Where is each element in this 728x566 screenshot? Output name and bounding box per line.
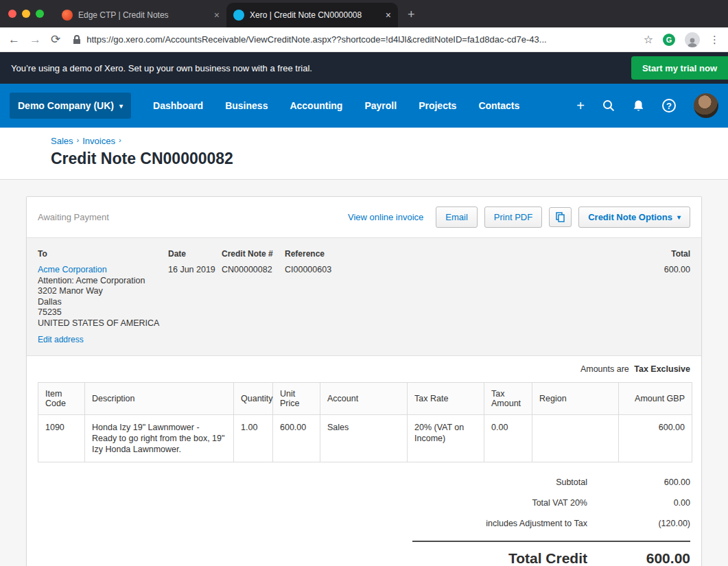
cell-description: Honda Izy 19" Lawnmower - Ready to go ri… — [85, 415, 234, 462]
date-value: 16 Jun 2019 — [168, 265, 222, 274]
demo-banner-message: You’re using a demo of Xero. Set up your… — [11, 63, 312, 73]
grammarly-extension-icon[interactable]: G — [663, 34, 675, 46]
cell-quantity: 1.00 — [234, 415, 273, 462]
org-selector[interactable]: Demo Company (UK) ▾ — [10, 93, 131, 119]
forward-icon[interactable]: → — [30, 34, 41, 45]
total-credit-value: 600.00 — [587, 550, 690, 566]
total-label: Total — [664, 249, 690, 259]
col-header-amount-gbp: Amount GBP — [619, 383, 692, 415]
browser-profile-avatar[interactable] — [685, 32, 700, 47]
browser-menu-icon[interactable]: ⋮ — [709, 34, 720, 45]
cell-amount-gbp: 600.00 — [619, 415, 692, 462]
breadcrumb-separator: › — [119, 136, 121, 146]
credit-note-number-value: CN00000082 — [222, 265, 285, 274]
tax-basis-value: Tax Exclusive — [634, 364, 690, 374]
xero-nav-bar: Demo Company (UK) ▾ Dashboard Business A… — [0, 84, 728, 128]
address-line: Attention: Acme Corporation — [38, 276, 168, 287]
notifications-bell-icon[interactable] — [633, 99, 644, 112]
total-vat-value: 0.00 — [587, 498, 690, 508]
table-row: 1090 Honda Izy 19" Lawnmower - Ready to … — [38, 415, 692, 462]
address-line: 3202 Manor Way — [38, 286, 168, 297]
card-header: Awaiting Payment View online invoice Ema… — [27, 197, 701, 237]
cell-tax-amount: 0.00 — [484, 415, 532, 462]
nav-item-business[interactable]: Business — [225, 100, 268, 111]
browser-tab-xero-active[interactable]: Xero | Credit Note CN0000008 × — [226, 3, 398, 27]
window-minimize-button[interactable] — [22, 10, 30, 18]
cell-account: Sales — [320, 415, 408, 462]
view-online-invoice-link[interactable]: View online invoice — [348, 212, 423, 222]
search-icon[interactable] — [602, 99, 615, 112]
nav-item-dashboard[interactable]: Dashboard — [153, 100, 203, 111]
window-close-button[interactable] — [8, 10, 16, 18]
nav-item-contacts[interactable]: Contacts — [478, 100, 519, 111]
org-name: Demo Company (UK) — [18, 100, 114, 111]
totals-section: Subtotal 600.00 Total VAT 20% 0.00 inclu… — [27, 462, 701, 566]
bookmark-star-icon[interactable]: ☆ — [644, 34, 653, 45]
tab-close-icon[interactable]: × — [214, 10, 220, 21]
col-header-tax-amount: Tax Amount — [484, 383, 532, 415]
window-controls — [0, 0, 55, 27]
start-trial-button[interactable]: Start my trial now — [631, 56, 728, 80]
cell-unit-price: 600.00 — [273, 415, 320, 462]
subtotal-value: 600.00 — [587, 477, 690, 487]
browser-tab-strip: Edge CTP | Credit Notes × Xero | Credit … — [0, 0, 728, 27]
credit-note-details: To Acme Corporation Attention: Acme Corp… — [27, 237, 701, 356]
breadcrumb: Sales › Invoices › — [51, 136, 728, 146]
demo-banner: You’re using a demo of Xero. Set up your… — [0, 52, 728, 84]
credit-note-card: Awaiting Payment View online invoice Ema… — [26, 196, 702, 566]
user-avatar[interactable] — [694, 93, 718, 118]
nav-utilities: + ? — [576, 93, 718, 118]
reference-label: Reference — [285, 249, 664, 259]
browser-tab-edge-ctp[interactable]: Edge CTP | Credit Notes × — [55, 3, 226, 27]
total-column: Total 600.00 — [664, 249, 690, 344]
window-zoom-button[interactable] — [36, 10, 44, 18]
copy-button[interactable] — [549, 207, 572, 227]
nav-item-accounting[interactable]: Accounting — [290, 100, 342, 111]
total-credit-label: Total Credit — [412, 550, 587, 566]
email-button[interactable]: Email — [436, 207, 478, 228]
table-header-row: Item Code Description Quantity Unit Pric… — [38, 383, 692, 415]
date-label: Date — [168, 249, 222, 259]
page-title: Credit Note CN00000082 — [51, 150, 728, 168]
cell-region — [532, 415, 619, 462]
reload-icon[interactable]: ⟳ — [51, 34, 60, 45]
contact-link[interactable]: Acme Corporation — [38, 265, 107, 274]
status-badge: Awaiting Payment — [38, 212, 109, 222]
tax-adjustment-value: (120.00) — [587, 519, 690, 528]
col-header-account: Account — [320, 383, 408, 415]
reference-value: CI00000603 — [285, 265, 664, 274]
nav-item-projects[interactable]: Projects — [419, 100, 456, 111]
edge-ctp-favicon-icon — [62, 10, 73, 21]
url-text: https://go.xero.com/AccountsReceivable/V… — [86, 34, 546, 45]
credit-note-options-button[interactable]: Credit Note Options ▾ — [578, 207, 690, 228]
col-header-description: Description — [85, 383, 234, 415]
quick-add-icon[interactable]: + — [576, 98, 585, 114]
col-header-quantity: Quantity — [234, 383, 273, 415]
to-column: To Acme Corporation Attention: Acme Corp… — [38, 249, 168, 344]
cell-item-code: 1090 — [38, 415, 85, 462]
subtotal-label: Subtotal — [556, 477, 587, 487]
new-tab-button[interactable]: + — [398, 8, 425, 27]
date-column: Date 16 Jun 2019 — [168, 249, 222, 344]
help-icon[interactable]: ? — [662, 99, 676, 113]
copy-icon — [556, 212, 565, 222]
nav-item-payroll[interactable]: Payroll — [364, 100, 397, 111]
tax-adjustment-label: includes Adjustment to Tax — [486, 519, 587, 528]
breadcrumb-invoices-link[interactable]: Invoices — [82, 136, 115, 146]
col-header-item-code: Item Code — [38, 383, 85, 415]
tab-title: Edge CTP | Credit Notes — [78, 10, 209, 20]
print-pdf-button[interactable]: Print PDF — [484, 207, 542, 228]
back-icon[interactable]: ← — [8, 34, 20, 45]
address-bar[interactable]: https://go.xero.com/AccountsReceivable/V… — [70, 34, 633, 45]
amounts-are-row: Amounts are Tax Exclusive — [27, 356, 701, 379]
total-credit-row: Total Credit 600.00 — [412, 541, 690, 566]
breadcrumb-sales-link[interactable]: Sales — [51, 136, 73, 146]
chevron-down-icon: ▾ — [677, 213, 681, 221]
tab-title: Xero | Credit Note CN0000008 — [250, 10, 380, 20]
amounts-are-label: Amounts are — [580, 364, 629, 374]
tab-close-icon[interactable]: × — [386, 10, 391, 21]
address-line: Dallas — [38, 297, 168, 308]
browser-toolbar: ← → ⟳ https://go.xero.com/AccountsReceiv… — [0, 27, 728, 52]
edit-address-link[interactable]: Edit address — [38, 335, 84, 344]
total-value: 600.00 — [664, 265, 690, 274]
